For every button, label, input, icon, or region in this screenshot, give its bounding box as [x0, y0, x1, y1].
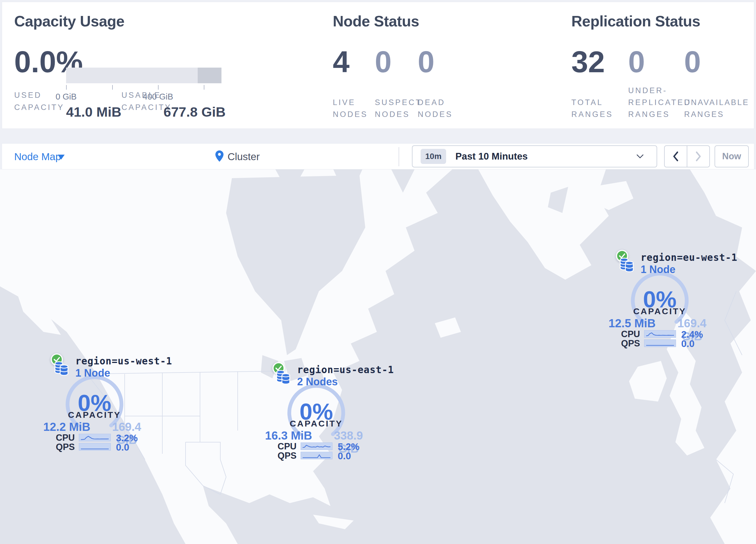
- capacity-used-value: 12.5 MiB: [608, 317, 656, 330]
- qps-label: QPS: [271, 451, 297, 461]
- capacity-label: CAPACITY: [273, 419, 360, 429]
- total-ranges-label: TOTAL RANGES: [571, 97, 617, 120]
- dead-nodes-label: DEAD NODES: [418, 97, 464, 120]
- capacity-usage-title: Capacity Usage: [14, 12, 255, 30]
- chevron-down-icon: [636, 154, 644, 160]
- node-count-label: 1 Node: [75, 367, 110, 379]
- replication-status-section: Replication Status 32 TOTAL RANGES 0 UND…: [571, 12, 745, 120]
- time-range-label: Past 10 Minutes: [455, 151, 528, 162]
- map-toolbar: Node Map Cluster 10m Past 10 Minutes Now: [2, 143, 754, 169]
- under-replicated-ranges-count: 0: [628, 47, 645, 77]
- region-marker-us-west-1[interactable]: region=us-west-1 1 Node 0% CAPACITY 12.2…: [38, 353, 159, 454]
- database-stack-icon: [276, 369, 291, 386]
- toolbar-divider: [399, 147, 399, 166]
- now-button[interactable]: Now: [715, 145, 749, 167]
- capacity-used-value: 16.3 MiB: [265, 429, 312, 442]
- qps-sparkline: [79, 443, 111, 451]
- cpu-label: CPU: [615, 329, 640, 340]
- region-marker-us-east-1[interactable]: region=us-east-1 2 Nodes 0% CAPACITY 16.…: [259, 361, 381, 463]
- usable-capacity-label: USABLE CAPACITY: [121, 89, 169, 113]
- live-nodes-count: 4: [333, 47, 350, 77]
- qps-label: QPS: [615, 338, 640, 349]
- node-status-section: Node Status 4 LIVE NODES 0 SUSPECT NODES…: [333, 12, 495, 120]
- cpu-sparkline: [644, 330, 676, 338]
- cluster-overview-panel: Capacity Usage 0.0% 0 GiB 400 GiB USED C…: [2, 2, 754, 129]
- qps-value: 0.0: [681, 338, 695, 349]
- suspect-nodes-count: 0: [375, 47, 392, 77]
- database-stack-icon: [619, 256, 634, 274]
- time-range-badge: 10m: [421, 149, 446, 164]
- view-selector-dropdown[interactable]: Node Map: [14, 151, 61, 162]
- node-count-label: 1 Node: [641, 263, 675, 276]
- live-nodes-label: LIVE NODES: [333, 97, 379, 120]
- time-range-selector[interactable]: 10m Past 10 Minutes: [412, 145, 657, 167]
- qps-label: QPS: [49, 442, 75, 452]
- capacity-usage-section: Capacity Usage 0.0% 0 GiB 400 GiB USED C…: [14, 12, 255, 120]
- breadcrumb-cluster-label: Cluster: [228, 151, 260, 162]
- chevron-down-icon: [58, 155, 65, 159]
- under-replicated-ranges-label: UNDER-REPLICATED RANGES: [628, 85, 682, 120]
- cpu-label: CPU: [49, 433, 75, 443]
- time-prev-button[interactable]: [665, 146, 687, 167]
- capacity-label: CAPACITY: [616, 307, 703, 316]
- cpu-sparkline: [79, 434, 111, 441]
- region-label: region=us-west-1: [75, 356, 172, 367]
- database-stack-icon: [54, 360, 69, 378]
- capacity-used-value: 12.2 MiB: [43, 420, 91, 434]
- qps-value: 0.0: [338, 451, 351, 462]
- qps-sparkline: [301, 452, 332, 459]
- capacity-label: CAPACITY: [51, 410, 138, 420]
- qps-sparkline: [644, 340, 676, 347]
- cpu-sparkline: [301, 443, 332, 450]
- qps-value: 0.0: [116, 442, 129, 453]
- region-label: region=us-east-1: [297, 364, 394, 376]
- used-capacity-value: 41.0 MiB: [66, 104, 121, 120]
- time-pager: [664, 145, 710, 167]
- region-label: region=eu-west-1: [641, 252, 737, 263]
- breadcrumb[interactable]: Cluster: [215, 147, 260, 166]
- dead-nodes-count: 0: [418, 47, 435, 77]
- capacity-gauge-nonusable-segment: [198, 68, 221, 83]
- location-pin-icon: [215, 150, 223, 163]
- used-capacity-label: USED CAPACITY: [14, 89, 62, 113]
- cpu-label: CPU: [271, 441, 297, 452]
- usable-capacity-value: 677.8 GiB: [163, 104, 226, 120]
- node-count-label: 2 Nodes: [297, 376, 338, 388]
- suspect-nodes-label: SUSPECT NODES: [375, 97, 421, 120]
- time-next-button[interactable]: [687, 146, 709, 167]
- total-ranges-count: 32: [571, 47, 605, 77]
- unavailable-ranges-count: 0: [684, 47, 701, 77]
- capacity-gauge-bar: [66, 68, 221, 83]
- region-marker-eu-west-1[interactable]: region=eu-west-1 1 Node 0% CAPACITY 12.5…: [603, 249, 725, 351]
- unavailable-ranges-label: UNAVAILABLE RANGES: [684, 97, 745, 120]
